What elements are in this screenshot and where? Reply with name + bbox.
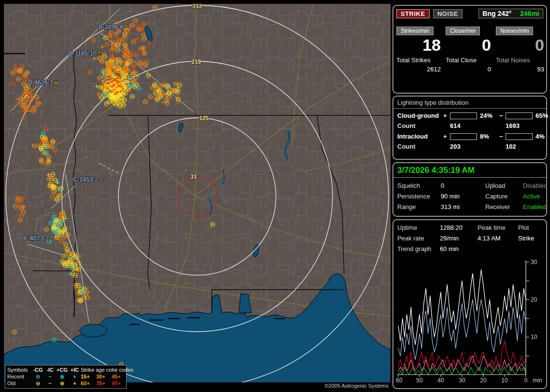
neg-ic-pct: 4% [533,133,545,140]
date-time-display: 3/7/2026 4:35:19 AM [393,163,546,178]
plus-sign: + [443,133,450,140]
noises-column: Noises/min 0 Total Noises 93 [496,26,547,73]
peak-time-label: Peak time [478,224,518,231]
cell-label: Q-1185-10^ [68,50,101,57]
capture-value: Active [523,193,548,200]
pos-ic-bar [450,133,477,140]
pos-cg-bar [450,112,477,119]
uptime-label: Uptime [397,224,440,231]
svg-text:60: 60 [396,377,403,384]
svg-text:40: 40 [437,377,444,384]
persistence-value: 90 min [441,193,485,200]
trend-panel: Uptime 1288:20 Peak time Plot Peak rate … [392,219,547,389]
legend-row-old: Old [7,380,31,387]
map-canvas[interactable]: 313 219 125 31 B-2108-6^ Q-1185-10^ Q-46… [4,4,391,389]
pos-ic-pct: 8% [477,133,499,140]
ring-label-313: 313 [192,4,202,9]
bearing-value: Bng 242° [482,10,511,17]
nexstorm-app: { "map": { "attribution": "©2005 Astroge… [0,0,550,392]
total-close-label: Total Close [446,54,494,64]
svg-text:20: 20 [480,377,487,384]
upload-value: Disabled [523,182,548,189]
pos-cg-count: 614 [450,122,498,129]
minus-sign: − [499,112,506,119]
upload-label: Upload [485,182,523,189]
bearing-distance: 246mi [520,10,539,17]
peak-rate-value: 29/min [440,235,478,242]
total-close-value: 0 [446,64,494,73]
pos-ic-count: 203 [450,143,498,150]
symbols-legend: Symbols -CG -IC +CG +IC Strike age color… [5,365,127,389]
noises-per-min-value: 0 [496,35,547,54]
neg-cg-bar [506,112,533,119]
lake-pontchartrain [80,324,107,337]
ic-plus-icon: + [69,380,81,387]
svg-text:0: 0 [524,377,528,384]
trend-graph: 30 20 10 60 50 40 30 20 10 0 min [394,254,545,385]
cg-minus-icon: ⊖ [31,380,44,387]
range-label: Range [397,203,441,210]
minus-sign: − [499,133,506,140]
total-strikes-value: 2612 [396,64,444,73]
range-value: 313 mi [441,203,485,210]
svg-text:10: 10 [531,334,537,340]
plot-label: Plot [518,224,542,231]
squelch-value: 0 [441,182,485,189]
cg-count-label: Count [397,122,443,129]
trend-graph-value: 60 min [440,245,478,252]
strike-mode-button[interactable]: STRIKE [396,9,430,18]
neg-cg-count: 1693 [506,122,542,129]
strikes-per-min-value: 18 [396,35,444,54]
lightning-distribution-panel: Lightning type distribution Cloud-ground… [392,96,547,160]
uptime-value: 1288:20 [440,224,478,231]
persistence-label: Persistence [397,193,441,200]
svg-text:50: 50 [416,377,423,384]
cell-label: B-2108-6^ [99,24,128,30]
x-tick-labels: 60 50 40 30 20 10 0 min [396,377,542,384]
svg-text:20: 20 [531,296,537,303]
peak-rate-label: Peak rate [397,235,440,242]
copyright-text: ©2005 Astrogenic Systems [325,383,389,389]
trend-series--ic [398,367,526,375]
strikes-column: Strikes/min 18 Total Strikes 2612 [396,26,444,73]
noise-mode-button[interactable]: NOISE [433,9,463,18]
cg-plus-icon: ⊕ [56,373,69,380]
total-noises-label: Total Noises [496,54,547,64]
intracloud-label: Intracloud [397,133,443,140]
plot-value: Strike [518,235,542,242]
pos-cg-pct: 24% [477,112,499,119]
cloud-ground-label: Cloud-ground [397,112,443,119]
legend-age-title: Strike age color codes [81,366,126,373]
ic-minus-icon: − [44,380,56,387]
legend-row-recent: Recent [7,373,31,380]
svg-text:10: 10 [501,377,508,384]
bearing-display: Bng 242° 246mi [478,9,543,18]
status-panel: 3/7/2026 4:35:19 AM Squelch 0 Upload Dis… [392,162,547,217]
ring-label-125: 125 [199,115,209,122]
peak-time-value: 4:13 AM [478,235,518,242]
total-strikes-label: Total Strikes [396,54,444,64]
distribution-title: Lightning type distribution [393,97,546,109]
cg-plus-icon: ⊕ [56,380,69,387]
close-per-min-value: 0 [446,35,494,54]
receiver-label: Receiver [485,203,523,210]
neg-cg-pct: 65% [533,112,548,119]
ic-minus-icon: − [44,373,56,380]
x-axis-unit: min [533,377,542,384]
ic-plus-icon: + [69,373,81,380]
svg-text:30: 30 [459,377,465,384]
lightning-map[interactable]: 313 219 125 31 B-2108-6^ Q-1185-10^ Q-46… [4,4,391,389]
receiver-value: Enabled [523,203,548,210]
strikes-per-min-chip: Strikes/min [396,27,434,35]
trend-series--ic [398,356,526,371]
y-tick-labels: 30 20 10 [531,259,537,340]
total-noises-value: 93 [496,64,547,73]
noises-per-min-chip: Noises/min [496,27,533,35]
ring-label-31: 31 [190,173,197,180]
svg-text:30: 30 [531,259,537,266]
neg-ic-bar [506,133,533,140]
cg-minus-icon: ⊖ [31,373,44,380]
legend-header-symbols: Symbols [7,366,31,373]
close-per-min-chip: Close/min [446,27,480,35]
plus-sign: + [443,112,450,119]
